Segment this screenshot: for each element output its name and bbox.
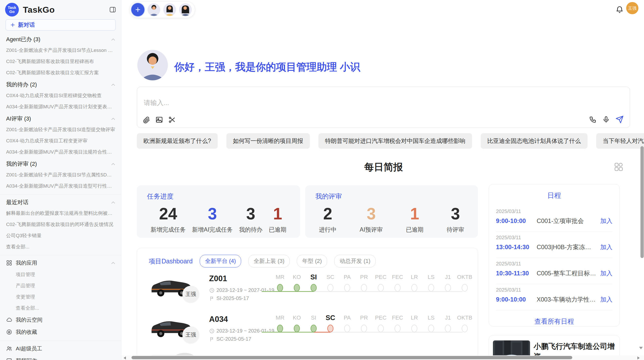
milestone-sc-current: SC <box>322 313 339 332</box>
chevron-up-icon[interactable] <box>111 201 115 204</box>
scroll-down-arrow[interactable] <box>639 347 643 349</box>
paperclip-icon[interactable] <box>143 116 150 124</box>
filter-new-top[interactable]: 全新上装 (3) <box>248 255 290 267</box>
stat-label: 进行中 <box>319 226 336 234</box>
sidebar-item[interactable]: C02-飞腾新能源轻客改款项目的闭环通告反馈情况 <box>0 219 121 230</box>
schedule-event[interactable]: 2025/03/11 13:00-14:30 C003|H0B-方案冻结评审 加… <box>496 232 612 258</box>
section-title: 我的待办 (2) <box>6 81 37 88</box>
project-row-a034[interactable]: 王强 A034 2023-12-19 ~ 2026-01-19 SC-2025-… <box>137 311 478 351</box>
divider <box>0 194 121 194</box>
project-row-z001[interactable]: 王强 Z001 2023-12-19 ~ 2027-01-19 SI-2025-… <box>137 270 478 311</box>
view-all-chats[interactable]: 查看全部... <box>0 241 121 252</box>
sidebar-item[interactable]: C02-飞腾新能源轻客改款项目立项汇报方案 <box>0 67 121 78</box>
user-avatar[interactable]: 王强 <box>626 2 638 14</box>
filter-powertrain[interactable]: 动总开发 (1) <box>334 255 376 267</box>
sidebar-item-my-apps[interactable]: 我的应用 <box>0 257 121 269</box>
suggestion-chip[interactable]: 当下年轻人对汽车外观有怎样的喜好趋势 <box>596 133 644 149</box>
sidebar-item-ai-employee[interactable]: AI超级员工 <box>0 342 121 355</box>
sidebar-item[interactable]: Z001-全新燃油皮卡产品开发项目SI节点Lesson Learn报告 <box>0 45 121 56</box>
agent-avatar-1[interactable] <box>148 3 160 16</box>
suggestion-chip[interactable]: 特朗普可能对进口汽车增税会对中国车企造成哪些影响 <box>318 133 472 149</box>
section-recent-chats[interactable]: 最近对话 <box>0 196 121 208</box>
flag-icon <box>209 296 214 301</box>
taskgo-logo: Task Go <box>5 3 19 17</box>
sidebar-item[interactable]: Z001-全新燃油轻卡产品开发项目SI造型提交物评审 <box>0 124 121 135</box>
send-icon[interactable] <box>616 115 624 124</box>
filter-year-model[interactable]: 年型 (2) <box>297 255 327 267</box>
section-ai-review[interactable]: AI评审 (3) <box>0 112 121 124</box>
event-date: 2025/03/11 <box>496 261 612 267</box>
join-button[interactable]: 加入 <box>600 243 612 251</box>
suggestion-chip[interactable]: 欧洲新规最近颁布了什么? <box>137 133 218 149</box>
add-agent-button[interactable] <box>131 3 144 16</box>
scissors-icon[interactable] <box>168 116 176 124</box>
suggestion-chip[interactable]: 比亚迪全固态电池计划具体说了什么 <box>481 133 588 149</box>
notifications-button[interactable] <box>616 6 624 14</box>
milestone-ls: LS <box>423 273 439 292</box>
my-review-card[interactable]: 我的评审 2 进行中 3 AI预评审 1 已逾期 3 待评审 <box>305 185 478 238</box>
new-chat-button[interactable]: 新对话 <box>6 19 116 31</box>
app-title: TaskGo <box>23 5 55 15</box>
view-all-apps[interactable]: 查看全部... <box>0 303 121 314</box>
sidebar-collapse-icon[interactable] <box>109 6 116 13</box>
chevron-up-icon[interactable] <box>111 163 115 166</box>
stat-value: 1 <box>406 205 423 223</box>
chat-input[interactable] <box>143 99 526 107</box>
sidebar-item[interactable]: C02-飞腾新能源轻客改款项目里程碑画布 <box>0 56 121 67</box>
sidebar-item-cloud-space[interactable]: 我的云空间 <box>0 314 121 326</box>
owner-name: 王强 <box>185 331 196 338</box>
sidebar-item-favorites[interactable]: 我的收藏 <box>0 326 121 338</box>
app-item-change-mgmt[interactable]: 变更管理 <box>0 291 121 303</box>
agent-avatar-3[interactable] <box>179 3 192 16</box>
sidebar-item[interactable]: C0X4-动力总成开发项目工程变更评审 <box>0 135 121 146</box>
project-dashboard-card: 项目Dashboard 全新平台 (4) 全新上装 (3) 年型 (2) 动总开… <box>137 248 478 360</box>
sidebar-item[interactable]: Z001-全新燃油轻卡产品开发项目SI节点属性5D文件评审 <box>0 169 121 181</box>
app-item-project-mgmt[interactable]: 项目管理 <box>0 269 121 280</box>
scroll-left-arrow[interactable] <box>124 356 126 359</box>
project-milestone-note: SC-2025-05-17 <box>209 336 251 342</box>
stat-value: 1 <box>269 205 286 223</box>
chevron-up-icon[interactable] <box>111 262 115 264</box>
microphone-icon[interactable] <box>602 116 610 123</box>
divider <box>0 341 121 341</box>
sidebar-item[interactable]: A034-全新新能源MUV产品开发项目造型可行性评审 <box>0 181 121 192</box>
greeting-text: 你好，王强，我是你的项目管理助理 小识 <box>174 60 360 74</box>
app-item-product-mgmt[interactable]: 产品管理 <box>0 280 121 291</box>
section-my-review[interactable]: 我的评审 (2) <box>0 158 121 169</box>
schedule-title: 日程 <box>489 191 620 200</box>
project-code: Z001 <box>209 274 227 283</box>
cloud-space-label: 我的云空间 <box>16 316 42 323</box>
join-button[interactable]: 加入 <box>600 217 612 225</box>
view-all-schedule-link[interactable]: 查看所有日程 <box>489 317 620 326</box>
schedule-event[interactable]: 2025/03/11 9:00-10:00 C001-立项审批会 加入 <box>496 206 612 232</box>
join-button[interactable]: 加入 <box>600 295 612 304</box>
phone-call-icon[interactable] <box>589 116 597 123</box>
schedule-event[interactable]: 2025/03/11 9:00-10:00 X003-车辆动力学性能验... 加… <box>496 284 612 310</box>
chevron-up-icon[interactable] <box>111 83 115 86</box>
sidebar-item[interactable]: A034-全新新能源MUV产品开发项目计划变更表编写 <box>0 101 121 112</box>
stat-review-overdue: 1 已逾期 <box>406 205 423 234</box>
image-upload-icon[interactable] <box>155 116 163 124</box>
agent-avatar-2[interactable] <box>163 3 176 16</box>
briefing-layout-icon[interactable] <box>613 162 624 172</box>
task-progress-card[interactable]: 任务进度 24 新增完成任务 3 新增AI完成任务 3 我的待办 1 已逾期 <box>137 185 300 238</box>
suggestion-chip[interactable]: 如何写一份清晰的项目周报 <box>226 133 310 149</box>
event-date: 2025/03/11 <box>496 208 612 214</box>
section-title: Agent已办 (3) <box>6 36 40 43</box>
sidebar-item[interactable]: C0X4-动力总成开发项目SI里程碑提交物检查 <box>0 90 121 101</box>
schedule-event[interactable]: 2025/03/11 10:30-11:30 C005-整车工程目标评审 加入 <box>496 258 612 284</box>
chat-input-card <box>137 87 630 128</box>
scroll-right-arrow[interactable] <box>637 356 640 359</box>
chevron-up-icon[interactable] <box>111 38 115 41</box>
join-button[interactable]: 加入 <box>600 269 612 277</box>
vertical-scrollbar-thumb[interactable] <box>640 146 644 258</box>
sidebar-item[interactable]: 公司Q3轻卡销量 <box>0 230 121 241</box>
filter-all-new-platform[interactable]: 全新平台 (4) <box>200 255 241 267</box>
sidebar-item[interactable]: A034-全新新能源MUV产品开发项目法规符合性评审 <box>0 146 121 158</box>
sidebar-item[interactable]: 解释最新出台的欧盟报废车法规再生塑料比例被调至15%... <box>0 208 121 219</box>
horizontal-scrollbar-thumb[interactable] <box>131 356 572 359</box>
chevron-up-icon[interactable] <box>111 117 115 120</box>
sidebar-item-write-helper[interactable]: 帮我写作 <box>0 355 121 360</box>
section-agent-done[interactable]: Agent已办 (3) <box>0 33 121 45</box>
section-my-todo[interactable]: 我的待办 (2) <box>0 78 121 90</box>
